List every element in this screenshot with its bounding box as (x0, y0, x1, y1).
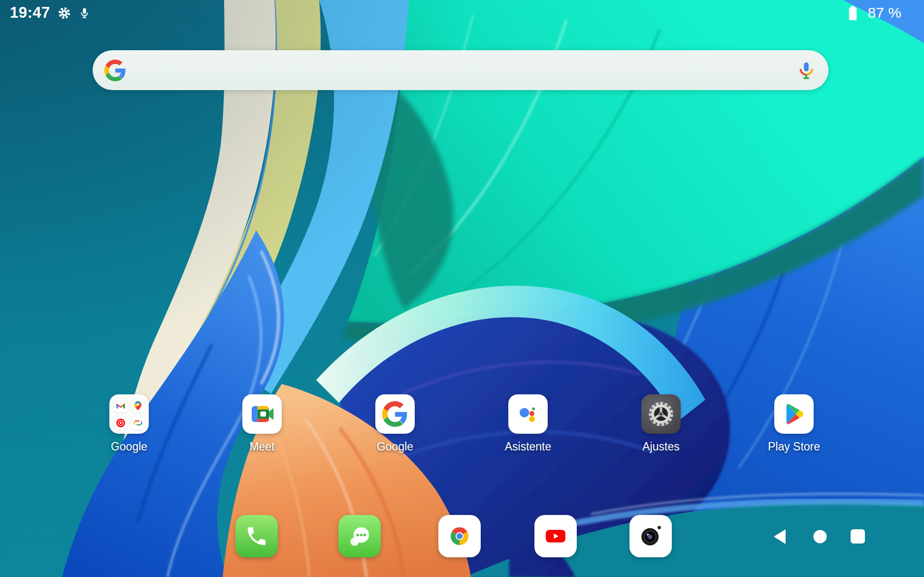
app-label: Google (377, 440, 413, 453)
google-assistant-icon (508, 394, 548, 434)
app-play-store[interactable]: Play Store (755, 394, 833, 453)
google-g-icon (104, 60, 126, 81)
app-label: Asistente (505, 440, 552, 453)
chrome-icon (446, 522, 473, 550)
youtube-icon (542, 522, 569, 550)
battery-percent: 87 % (868, 4, 901, 21)
google-app-icon (375, 394, 415, 434)
status-bar: 19:47 (0, 0, 924, 24)
voice-search-icon[interactable] (795, 59, 818, 82)
meet-icon (242, 394, 282, 434)
nav-home-button[interactable] (813, 530, 827, 544)
google-maps-icon (131, 398, 145, 413)
dock-phone[interactable] (235, 515, 278, 557)
play-store-icon (774, 394, 814, 434)
dock-messages[interactable] (338, 515, 381, 557)
youtube-music-icon (113, 416, 128, 430)
app-label: Meet (249, 440, 274, 453)
app-google-folder[interactable]: Google (90, 394, 168, 453)
dock-camera[interactable] (629, 515, 672, 557)
app-label: Play Store (768, 440, 820, 453)
back-triangle-icon (772, 528, 787, 545)
google-search-bar[interactable] (93, 50, 828, 90)
dock-youtube[interactable] (534, 515, 577, 557)
battery-icon (847, 5, 858, 21)
android-home-screen: 19:47 (0, 0, 924, 577)
microphone-status-icon (78, 7, 91, 19)
gmail-icon (113, 398, 128, 413)
nav-back-button[interactable] (772, 528, 787, 545)
nav-recents-button[interactable] (850, 529, 865, 544)
app-label: Ajustes (642, 440, 679, 453)
app-label: Google (111, 440, 147, 453)
app-asistente[interactable]: Asistente (489, 394, 567, 453)
status-bar-right: 87 % (847, 4, 901, 21)
google-folder-icon (109, 394, 149, 434)
app-meet[interactable]: Meet (223, 394, 301, 453)
google-tv-icon (131, 416, 145, 430)
settings-gear-icon (58, 6, 71, 20)
dock-chrome[interactable] (438, 515, 481, 557)
status-bar-left: 19:47 (10, 4, 91, 22)
phone-icon (245, 524, 268, 548)
clock: 19:47 (10, 4, 50, 22)
search-input[interactable] (135, 62, 786, 78)
camera-icon (635, 521, 666, 551)
app-google[interactable]: Google (356, 394, 434, 453)
recents-square-icon (850, 529, 865, 544)
messages-icon (346, 522, 373, 550)
settings-app-icon (641, 394, 681, 434)
app-ajustes[interactable]: Ajustes (622, 394, 700, 453)
home-circle-icon (813, 530, 827, 544)
